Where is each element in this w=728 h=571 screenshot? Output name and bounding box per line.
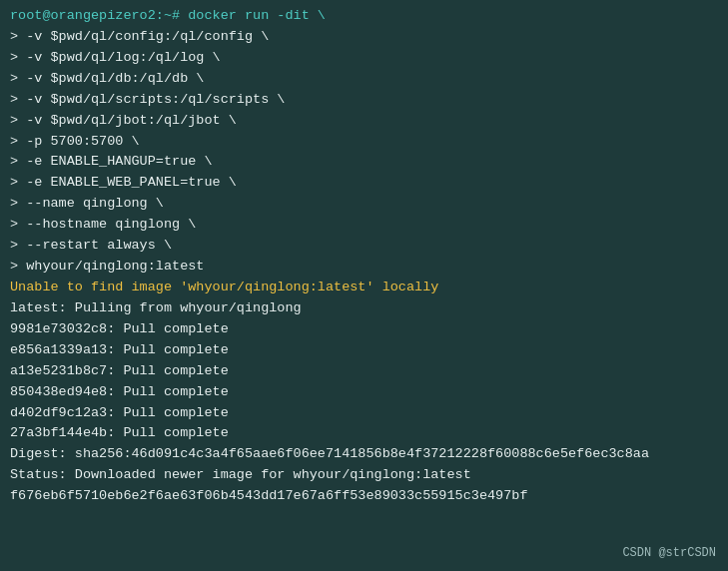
terminal-line-17: e856a1339a13: Pull complete [10,340,718,361]
terminal-line-11: > --hostname qinglong \ [10,215,718,236]
terminal-line-4: > -v $pwd/ql/db:/ql/db \ [10,69,718,90]
terminal-line-22: Digest: sha256:46d091c4c3a4f65aae6f06ee7… [10,444,718,465]
terminal-line-18: a13e5231b8c7: Pull complete [10,361,718,382]
terminal-line-6: > -v $pwd/ql/jbot:/ql/jbot \ [10,111,718,132]
terminal-line-24: f676eb6f5710eb6e2f6ae63f06b4543dd17e67a6… [10,486,718,507]
terminal-line-20: d402df9c12a3: Pull complete [10,403,718,424]
terminal-line-10: > --name qinglong \ [10,194,718,215]
terminal-line-2: > -v $pwd/ql/config:/ql/config \ [10,27,718,48]
terminal-line-14: Unable to find image 'whyour/qinglong:la… [10,278,718,298]
terminal-line-7: > -p 5700:5700 \ [10,132,718,153]
terminal-line-15: latest: Pulling from whyour/qinglong [10,298,718,319]
terminal-line-12: > --restart always \ [10,236,718,257]
terminal-line-23: Status: Downloaded newer image for whyou… [10,465,718,486]
watermark: CSDN @strCSDN [622,544,716,563]
terminal-output: root@orangepizero2:~# docker run -dit \>… [10,6,718,507]
terminal-line-13: > whyour/qinglong:latest [10,257,718,278]
terminal-line-3: > -v $pwd/ql/log:/ql/log \ [10,48,718,69]
terminal-line-5: > -v $pwd/ql/scripts:/ql/scripts \ [10,90,718,111]
terminal-line-21: 27a3bf144e4b: Pull complete [10,423,718,444]
terminal-window: root@orangepizero2:~# docker run -dit \>… [0,0,728,571]
terminal-line-8: > -e ENABLE_HANGUP=true \ [10,152,718,173]
terminal-line-19: 850438ed94e8: Pull complete [10,382,718,403]
terminal-line-9: > -e ENABLE_WEB_PANEL=true \ [10,173,718,194]
terminal-line-16: 9981e73032c8: Pull complete [10,319,718,340]
terminal-line-1: root@orangepizero2:~# docker run -dit \ [10,6,718,27]
